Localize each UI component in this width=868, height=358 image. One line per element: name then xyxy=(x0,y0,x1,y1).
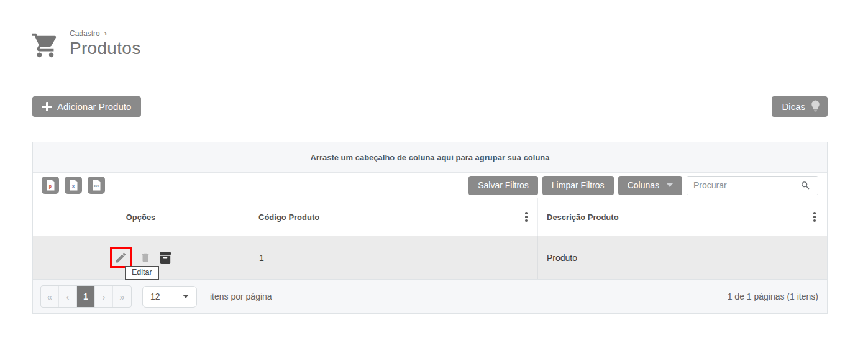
column-header-description[interactable]: Descrição Produto xyxy=(538,198,827,236)
save-filters-label: Salvar Filtros xyxy=(478,180,529,190)
pager-summary: 1 de 1 páginas (1 itens) xyxy=(728,291,818,301)
export-pdf-button[interactable]: p xyxy=(42,177,59,194)
products-grid: Arraste um cabeçalho de coluna aqui para… xyxy=(32,142,828,314)
grid-header-row: Opções Código Produto Descrição Produto xyxy=(33,198,827,236)
page: Cadastro › Produtos Adicionar Produto Di… xyxy=(0,0,868,358)
column-header-description-label: Descrição Produto xyxy=(547,213,619,222)
column-header-options-label: Opções xyxy=(126,213,156,222)
group-drop-area[interactable]: Arraste um cabeçalho de coluna aqui para… xyxy=(33,142,827,173)
group-hint-text: Arraste um cabeçalho de coluna aqui para… xyxy=(310,153,549,162)
edit-button[interactable] xyxy=(114,251,127,264)
pager-next-button[interactable]: › xyxy=(95,286,113,307)
pager-page-1-button[interactable]: 1 xyxy=(77,286,95,307)
app-header: Cadastro › Produtos xyxy=(31,27,140,60)
lightbulb-icon xyxy=(811,100,820,113)
export-csv-button[interactable]: csv xyxy=(88,177,105,194)
highlight-box xyxy=(110,247,132,268)
breadcrumb: Cadastro › xyxy=(70,29,140,38)
pencil-icon xyxy=(114,251,127,264)
pager-group: « ‹ 1 › » xyxy=(40,285,132,308)
breadcrumb-arrow-icon: › xyxy=(104,29,107,38)
pdf-file-icon: p xyxy=(47,180,55,191)
items-per-page-label: itens por página xyxy=(210,291,272,301)
row-code-cell: 1 xyxy=(249,236,538,279)
table-row: 1 Produto Editar xyxy=(33,236,827,280)
pager-row: « ‹ 1 › » 12 itens por página 1 de 1 pág… xyxy=(33,280,827,313)
grid-toolbar: p x csv Salvar Filtros xyxy=(33,173,827,198)
excel-file-icon: x xyxy=(70,180,78,191)
export-button-group: p x csv xyxy=(42,177,105,194)
page-size-value: 12 xyxy=(150,291,160,301)
column-menu-icon[interactable] xyxy=(520,210,532,224)
search-button[interactable] xyxy=(793,177,818,195)
search-box xyxy=(687,176,818,195)
header-text: Cadastro › Produtos xyxy=(70,27,140,60)
row-description-cell: Produto xyxy=(538,236,827,279)
tips-label: Dicas xyxy=(782,101,805,112)
archive-button[interactable] xyxy=(159,252,171,264)
chevron-down-icon xyxy=(183,295,189,298)
save-filters-button[interactable]: Salvar Filtros xyxy=(468,176,538,195)
archive-box-icon xyxy=(159,252,171,264)
search-icon xyxy=(800,180,811,191)
tips-button[interactable]: Dicas xyxy=(772,96,828,117)
shopping-cart-icon xyxy=(31,31,60,60)
columns-dropdown-button[interactable]: Colunas xyxy=(618,176,682,195)
search-input[interactable] xyxy=(687,177,793,195)
breadcrumb-item[interactable]: Cadastro xyxy=(70,29,100,38)
pager-prev-button[interactable]: ‹ xyxy=(59,286,77,307)
chevron-down-icon xyxy=(667,183,673,187)
column-header-code-label: Código Produto xyxy=(258,213,319,222)
add-product-button[interactable]: Adicionar Produto xyxy=(32,96,141,117)
page-size-select[interactable]: 12 xyxy=(142,286,197,308)
delete-button[interactable] xyxy=(140,252,151,264)
clear-filters-button[interactable]: Limpar Filtros xyxy=(542,176,614,195)
plus-icon xyxy=(42,102,52,111)
add-product-label: Adicionar Produto xyxy=(57,101,131,112)
edit-tooltip: Editar xyxy=(125,266,159,280)
column-menu-icon[interactable] xyxy=(808,210,821,224)
clear-filters-label: Limpar Filtros xyxy=(552,180,605,190)
column-header-options[interactable]: Opções xyxy=(33,198,249,236)
pager-last-button[interactable]: » xyxy=(113,286,131,307)
pager-first-button[interactable]: « xyxy=(41,286,59,307)
page-title: Produtos xyxy=(70,39,140,58)
csv-file-icon: csv xyxy=(93,180,101,191)
column-header-code[interactable]: Código Produto xyxy=(249,198,538,236)
trash-icon xyxy=(140,252,151,264)
columns-label: Colunas xyxy=(628,180,659,190)
toolbar-right: Salvar Filtros Limpar Filtros Colunas xyxy=(468,176,818,195)
export-excel-button[interactable]: x xyxy=(65,177,82,194)
